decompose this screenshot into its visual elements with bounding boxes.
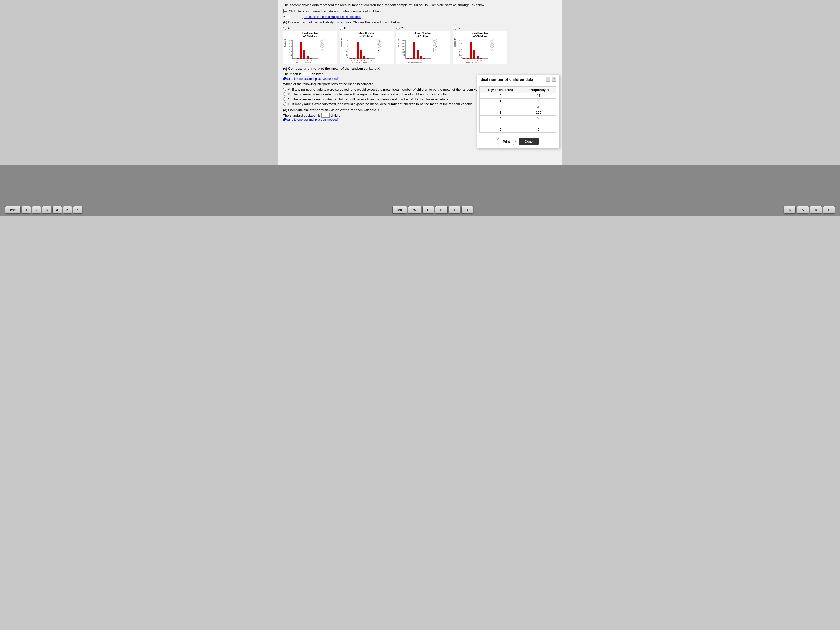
expand-icon-d[interactable]: ↗ — [490, 48, 494, 52]
x-value: 0 — [480, 93, 521, 99]
key-2[interactable]: 2 — [32, 206, 41, 213]
x-value: 1 — [480, 99, 521, 104]
separator: ....... — [292, 16, 301, 19]
svg-text:0.6: 0.6 — [459, 40, 462, 42]
zoom-icon-c2[interactable]: 🔍 — [433, 44, 437, 47]
svg-text:3: 3 — [304, 60, 305, 61]
key-y[interactable]: Y — [461, 206, 474, 213]
interp-radio-c[interactable] — [283, 97, 286, 101]
svg-text:0.3: 0.3 — [346, 48, 349, 50]
x-value: 2 — [480, 104, 521, 110]
svg-text:1: 1 — [297, 60, 298, 61]
modal-header: Ideal number of children data — ✕ — [477, 75, 559, 84]
svg-text:0: 0 — [351, 60, 352, 61]
interp-text-a: A. If any number of adults were surveyed… — [288, 87, 487, 92]
key-3[interactable]: 3 — [42, 206, 52, 213]
key-w[interactable]: W — [408, 206, 421, 213]
modal-minimize-btn[interactable]: — — [546, 77, 551, 82]
modal-close-btn[interactable]: ✕ — [551, 77, 556, 82]
radio-row-b: B. — [340, 26, 347, 30]
svg-text:0.3: 0.3 — [403, 48, 405, 50]
rounding-value-box: 6 — [283, 15, 290, 19]
stddev-input[interactable] — [321, 113, 330, 118]
svg-text:0: 0 — [461, 57, 462, 59]
svg-text:4: 4 — [420, 60, 422, 61]
key-6[interactable]: 6 — [73, 206, 82, 213]
done-button[interactable]: Done — [519, 138, 538, 145]
svg-text:0: 0 — [294, 60, 295, 61]
key-5[interactable]: 5 — [63, 206, 72, 213]
radio-c[interactable] — [396, 27, 399, 30]
svg-text:5: 5 — [311, 60, 312, 61]
key-4[interactable]: 4 — [52, 206, 62, 213]
x-title-b: Number of Children — [343, 61, 376, 63]
freq-value: 512 — [521, 104, 556, 110]
y-label-d: Probability — [454, 38, 456, 47]
modal-title: Ideal number of children data — [480, 77, 533, 82]
key-left[interactable]: left — [392, 206, 407, 213]
svg-text:0.1: 0.1 — [289, 54, 292, 56]
svg-text:2: 2 — [471, 60, 472, 61]
mean-input[interactable] — [303, 71, 311, 76]
zoom-icon-b2[interactable]: 🔍 — [377, 44, 381, 47]
radio-a[interactable] — [283, 27, 286, 30]
key-1[interactable]: 1 — [22, 206, 31, 213]
svg-text:6: 6 — [427, 60, 428, 61]
key-r[interactable]: R — [435, 206, 447, 213]
stddev-suffix: children. — [331, 114, 343, 117]
key-t[interactable]: T — [448, 206, 460, 213]
modal-table: x (# of children) Frequency ⊡ 0111302512… — [480, 87, 556, 133]
svg-text:0: 0 — [407, 60, 408, 61]
radio-d[interactable] — [453, 27, 456, 30]
svg-text:2: 2 — [301, 60, 302, 61]
print-button[interactable]: Print — [497, 138, 516, 145]
interp-text-d: D. If many adults were surveyed, one wou… — [288, 102, 474, 106]
svg-text:0.2: 0.2 — [459, 51, 462, 53]
modal-footer: Print Done — [477, 135, 559, 148]
graph-option-c: C. Ideal Numberof Children Probability 0… — [396, 26, 450, 64]
chart-svg-a: 0.6 0.5 0.4 0.3 0.2 0.1 0 — [286, 38, 320, 62]
key-s[interactable]: S — [797, 206, 809, 213]
x-title-a: Number of Children — [286, 61, 320, 63]
svg-text:0.5: 0.5 — [403, 43, 405, 44]
key-f[interactable]: F — [823, 206, 835, 213]
interp-radio-b[interactable] — [283, 92, 286, 96]
zoom-icon-d[interactable]: 🔍 — [490, 39, 494, 43]
zoom-icon-c[interactable]: 🔍 — [433, 39, 437, 43]
top-instruction: The accompanying data represent the idea… — [283, 3, 557, 7]
click-instruction: Click the icon to view the data about id… — [289, 9, 382, 13]
zoom-icon-d2[interactable]: 🔍 — [490, 44, 494, 47]
svg-text:5: 5 — [424, 60, 425, 61]
table-row: 62 — [480, 127, 556, 133]
svg-text:2: 2 — [414, 60, 415, 61]
mean-round-note: (Round to one decimal place as needed.) — [283, 77, 339, 81]
freq-icon[interactable]: ⊡ — [546, 88, 549, 92]
graph-label-a: A. — [287, 26, 291, 30]
radio-row-d: D. — [453, 26, 461, 30]
expand-icon-c[interactable]: ↗ — [433, 48, 437, 52]
svg-text:0.1: 0.1 — [403, 54, 405, 56]
svg-text:3: 3 — [474, 60, 475, 61]
key-d[interactable]: D — [810, 206, 822, 213]
svg-text:0.4: 0.4 — [289, 46, 292, 47]
expand-icon-a[interactable]: ↗ — [320, 48, 324, 52]
y-label-c: Probability — [397, 38, 399, 47]
freq-value: 30 — [521, 99, 556, 104]
svg-text:0: 0 — [347, 57, 349, 59]
key-esc[interactable]: esc — [5, 206, 21, 213]
keyboard-area: esc 1 2 3 4 5 6 left W E R T Y A S D F — [0, 165, 840, 216]
radio-b[interactable] — [340, 27, 343, 30]
graph-container-c: Ideal Numberof Children Probability 0.6 … — [396, 31, 450, 64]
key-e[interactable]: E — [422, 206, 434, 213]
key-a[interactable]: A — [784, 206, 796, 213]
interp-radio-d[interactable] — [283, 102, 286, 106]
expand-icon-b[interactable]: ↗ — [377, 48, 381, 52]
zoom-icon-a2[interactable]: 🔍 — [320, 44, 324, 47]
interp-radio-a[interactable] — [283, 87, 286, 91]
zoom-icon-b[interactable]: 🔍 — [377, 39, 381, 43]
zoom-icon-a[interactable]: 🔍 — [320, 39, 324, 43]
svg-text:6: 6 — [371, 60, 372, 61]
graph-label-b: B. — [344, 26, 347, 30]
grid-icon[interactable] — [283, 9, 287, 13]
rounding-note: (Round to three decimal places as needed… — [302, 15, 362, 19]
